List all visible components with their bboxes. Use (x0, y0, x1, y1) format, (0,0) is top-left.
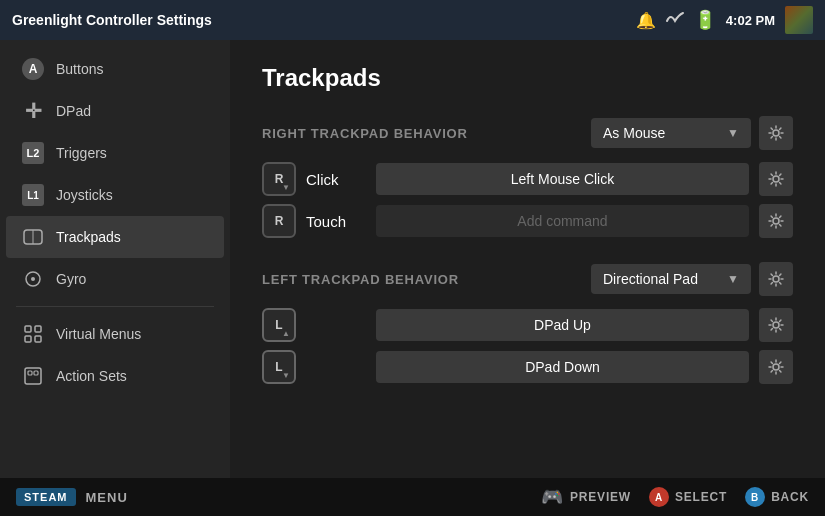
svg-point-3 (31, 277, 35, 281)
right-dropdown-arrow: ▼ (727, 126, 739, 140)
sidebar: A Buttons ✛ DPad L2 Triggers L1 Joystick… (0, 40, 230, 478)
svg-point-11 (773, 130, 779, 136)
battery-icon: 🔋 (694, 9, 716, 31)
header: Greenlight Controller Settings 🔔 🔋 4:02 … (0, 0, 825, 40)
header-title: Greenlight Controller Settings (12, 12, 212, 28)
svg-point-16 (773, 364, 779, 370)
left-trackpad-section: LEFT TRACKPAD BEHAVIOR Directional Pad ▼… (262, 262, 793, 384)
controller-icon: 🎮 (541, 486, 564, 508)
right-trackpad-section: RIGHT TRACKPAD BEHAVIOR As Mouse ▼ R ▼ (262, 116, 793, 238)
svg-rect-6 (25, 336, 31, 342)
right-behavior-dropdown[interactable]: As Mouse ▼ (591, 118, 751, 148)
svg-rect-8 (25, 368, 41, 384)
triggers-icon: L2 (22, 142, 44, 164)
sidebar-label-virtual-menus: Virtual Menus (56, 326, 141, 342)
trackpads-icon (22, 226, 44, 248)
right-behavior-value: As Mouse (603, 125, 719, 141)
left-behavior-dropdown[interactable]: Directional Pad ▼ (591, 264, 751, 294)
footer-menu-label: MENU (86, 490, 128, 505)
left-section-label: LEFT TRACKPAD BEHAVIOR (262, 272, 583, 287)
notification-icon: 🔔 (636, 11, 656, 30)
svg-point-14 (773, 276, 779, 282)
footer-select-label: SELECT (675, 490, 727, 504)
sidebar-item-joysticks[interactable]: L1 Joysticks (6, 174, 224, 216)
left-dpad-down-button[interactable]: DPad Down (376, 351, 749, 383)
header-time: 4:02 PM (726, 13, 775, 28)
right-behavior-row: RIGHT TRACKPAD BEHAVIOR As Mouse ▼ (262, 116, 793, 150)
footer-select-action: A SELECT (649, 487, 727, 507)
right-touch-label: Touch (306, 213, 366, 230)
content-area: Trackpads RIGHT TRACKPAD BEHAVIOR As Mou… (230, 40, 825, 478)
svg-point-15 (773, 322, 779, 328)
sidebar-item-dpad[interactable]: ✛ DPad (6, 90, 224, 132)
right-touch-action-button[interactable]: Add command (376, 205, 749, 237)
signal-icon (666, 11, 684, 29)
svg-point-13 (773, 218, 779, 224)
action-sets-icon (22, 365, 44, 387)
left-behavior-gear-button[interactable] (759, 262, 793, 296)
svg-rect-9 (28, 371, 32, 375)
right-click-label: Click (306, 171, 366, 188)
main-layout: A Buttons ✛ DPad L2 Triggers L1 Joystick… (0, 40, 825, 478)
sidebar-item-triggers[interactable]: L2 Triggers (6, 132, 224, 174)
footer-right: 🎮 PREVIEW A SELECT B BACK (541, 486, 809, 508)
sidebar-item-virtual-menus[interactable]: Virtual Menus (6, 313, 224, 355)
header-controls: 🔔 🔋 4:02 PM (636, 6, 813, 34)
right-click-row: R ▼ Click Left Mouse Click (262, 162, 793, 196)
right-touch-action: Add command (376, 205, 749, 237)
steam-badge[interactable]: STEAM (16, 488, 76, 506)
dpad-icon: ✛ (22, 100, 44, 122)
a-button-icon: A (649, 487, 669, 507)
footer-left: STEAM MENU (16, 488, 128, 506)
footer: STEAM MENU 🎮 PREVIEW A SELECT B BACK (0, 478, 825, 516)
footer-preview-action: 🎮 PREVIEW (541, 486, 631, 508)
right-click-action-button[interactable]: Left Mouse Click (376, 163, 749, 195)
left-dpad-down-action: DPad Down (376, 351, 749, 383)
left-dpad-up-row: L ▲ DPad Up (262, 308, 793, 342)
left-dpad-up-gear-button[interactable] (759, 308, 793, 342)
sidebar-label-dpad: DPad (56, 103, 91, 119)
svg-point-12 (773, 176, 779, 182)
sidebar-label-triggers: Triggers (56, 145, 107, 161)
right-click-gear-button[interactable] (759, 162, 793, 196)
sidebar-label-gyro: Gyro (56, 271, 86, 287)
left-dpad-down-row: L ▼ DPad Down (262, 350, 793, 384)
sidebar-label-buttons: Buttons (56, 61, 103, 77)
footer-preview-label: PREVIEW (570, 490, 631, 504)
svg-rect-7 (35, 336, 41, 342)
right-section-label: RIGHT TRACKPAD BEHAVIOR (262, 126, 583, 141)
left-behavior-row: LEFT TRACKPAD BEHAVIOR Directional Pad ▼ (262, 262, 793, 296)
buttons-icon: A (22, 58, 44, 80)
left-behavior-value: Directional Pad (603, 271, 719, 287)
sidebar-item-gyro[interactable]: Gyro (6, 258, 224, 300)
sidebar-item-buttons[interactable]: A Buttons (6, 48, 224, 90)
right-behavior-gear-button[interactable] (759, 116, 793, 150)
left-dpad-up-action: DPad Up (376, 309, 749, 341)
joysticks-icon: L1 (22, 184, 44, 206)
left-dpad-up-icon: L ▲ (262, 308, 296, 342)
gyro-icon (22, 268, 44, 290)
sidebar-item-action-sets[interactable]: Action Sets (6, 355, 224, 397)
left-dpad-down-icon: L ▼ (262, 350, 296, 384)
footer-back-action: B BACK (745, 487, 809, 507)
svg-rect-4 (25, 326, 31, 332)
left-dropdown-arrow: ▼ (727, 272, 739, 286)
left-dpad-down-gear-button[interactable] (759, 350, 793, 384)
sidebar-item-trackpads[interactable]: Trackpads (6, 216, 224, 258)
left-dpad-up-button[interactable]: DPad Up (376, 309, 749, 341)
svg-rect-5 (35, 326, 41, 332)
right-touch-row: R Touch Add command (262, 204, 793, 238)
sidebar-label-trackpads: Trackpads (56, 229, 121, 245)
right-touch-gear-button[interactable] (759, 204, 793, 238)
svg-rect-10 (34, 371, 38, 375)
sidebar-label-joysticks: Joysticks (56, 187, 113, 203)
footer-back-label: BACK (771, 490, 809, 504)
b-button-icon: B (745, 487, 765, 507)
page-title: Trackpads (262, 64, 793, 92)
virtual-menus-icon (22, 323, 44, 345)
avatar (785, 6, 813, 34)
sidebar-label-action-sets: Action Sets (56, 368, 127, 384)
right-touch-icon: R (262, 204, 296, 238)
right-click-icon: R ▼ (262, 162, 296, 196)
right-click-action: Left Mouse Click (376, 163, 749, 195)
